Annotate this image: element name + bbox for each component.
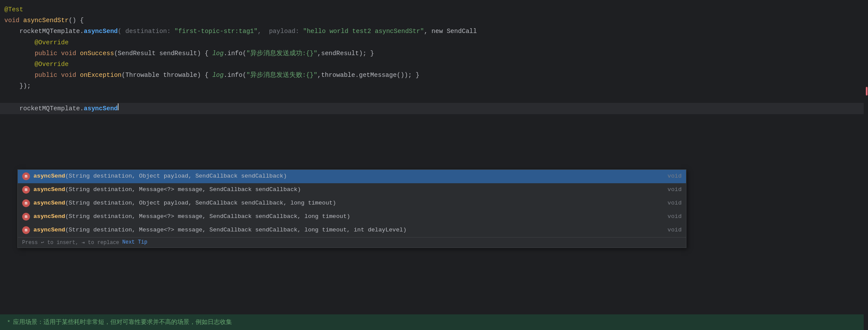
method-icon-5: m bbox=[22, 226, 30, 234]
text-cursor bbox=[118, 103, 119, 110]
code-line-10: rocketMQTemplate.asyncSend bbox=[0, 103, 868, 114]
method-sig-3: (String destination, Object payload, Sen… bbox=[65, 198, 336, 208]
autocomplete-item-5[interactable]: m asyncSend (String destination, Message… bbox=[18, 224, 686, 237]
code-line-8: }); bbox=[0, 81, 868, 92]
return-type-4: void bbox=[659, 212, 682, 222]
hint-bar: * 应用场景：适用于某些耗时非常短，但对可靠性要求并不高的场景，例如日志收集 bbox=[0, 314, 868, 330]
method-icon-2: m bbox=[22, 186, 30, 194]
scroll-thumb[interactable] bbox=[866, 87, 868, 96]
return-type-5: void bbox=[659, 225, 682, 235]
method-name-4: asyncSend bbox=[33, 212, 65, 222]
method-sig-1: (String destination, Object payload, Sen… bbox=[65, 172, 287, 182]
method-sig-2: (String destination, Message<?> message,… bbox=[65, 185, 301, 195]
method-sig-4: (String destination, Message<?> message,… bbox=[65, 212, 350, 222]
code-line-3: rocketMQTemplate.asyncSend( destination:… bbox=[0, 26, 868, 37]
code-line-4: @Override bbox=[0, 37, 868, 48]
code-line-6: @Override bbox=[0, 59, 868, 70]
hint-text: 应用场景：适用于某些耗时非常短，但对可靠性要求并不高的场景，例如日志收集 bbox=[13, 318, 232, 326]
autocomplete-item-3[interactable]: m asyncSend (String destination, Object … bbox=[18, 197, 686, 210]
editor-area: @Test void asyncSendStr() { rocketMQTemp… bbox=[0, 0, 868, 330]
autocomplete-item-2[interactable]: m asyncSend (String destination, Message… bbox=[18, 183, 686, 197]
annotation-test: @Test bbox=[4, 5, 23, 15]
code-line-7: public void onException(Throwable throwa… bbox=[0, 70, 868, 81]
hint-star: * bbox=[7, 319, 10, 326]
footer-space bbox=[119, 239, 122, 245]
autocomplete-footer: Press ↩ to insert, ⇥ to replace Next Tip bbox=[18, 237, 686, 248]
autocomplete-item-4[interactable]: m asyncSend (String destination, Message… bbox=[18, 210, 686, 224]
autocomplete-item-1[interactable]: m asyncSend (String destination, Object … bbox=[18, 170, 686, 183]
return-type-1: void bbox=[659, 172, 682, 182]
footer-press-text: Press ↩ to insert, ⇥ to replace bbox=[22, 239, 119, 246]
code-line-9 bbox=[0, 92, 868, 103]
method-sig-5: (String destination, Message<?> message,… bbox=[65, 225, 407, 235]
code-line-2: void asyncSendStr() { bbox=[0, 15, 868, 26]
method-icon-4: m bbox=[22, 213, 30, 221]
scrollbar[interactable] bbox=[864, 0, 868, 330]
next-tip-link[interactable]: Next Tip bbox=[123, 239, 148, 245]
code-line-1: @Test bbox=[0, 4, 868, 15]
method-asyncsendstr: asyncSendStr bbox=[23, 16, 69, 26]
method-name-2: asyncSend bbox=[33, 185, 65, 195]
code-line-5: public void onSuccess(SendResult sendRes… bbox=[0, 48, 868, 59]
method-icon-3: m bbox=[22, 199, 30, 207]
method-name-3: asyncSend bbox=[33, 198, 65, 208]
return-type-2: void bbox=[659, 185, 682, 195]
kw-void: void bbox=[4, 16, 23, 26]
method-name-1: asyncSend bbox=[33, 172, 65, 182]
method-icon-1: m bbox=[22, 172, 30, 180]
autocomplete-popup: m asyncSend (String destination, Object … bbox=[17, 169, 686, 248]
method-name-5: asyncSend bbox=[33, 225, 65, 235]
return-type-3: void bbox=[659, 198, 682, 208]
